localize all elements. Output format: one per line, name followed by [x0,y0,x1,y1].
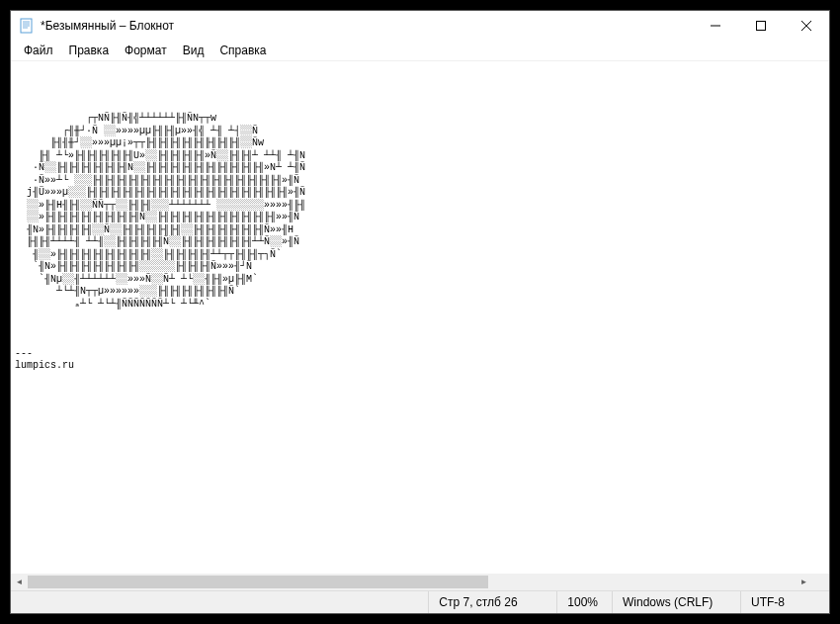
status-line-ending: Windows (CRLF) [612,591,740,613]
notepad-window: *Безымянный – Блокнот Файл Правка Формат… [10,10,830,614]
scroll-right-icon[interactable]: ► [796,574,812,590]
scroll-thumb[interactable] [28,576,488,588]
svg-line-7 [801,21,811,31]
menu-format[interactable]: Формат [118,43,174,58]
window-controls [693,11,829,41]
menu-view[interactable]: Вид [176,43,211,58]
scroll-left-icon[interactable]: ◄ [11,574,28,590]
menu-edit[interactable]: Правка [62,43,117,58]
status-encoding: UTF-8 [740,591,829,613]
status-zoom: 100% [556,591,612,613]
menubar: Файл Правка Формат Вид Справка [11,41,829,60]
svg-line-8 [801,21,811,31]
close-button[interactable] [784,11,829,41]
editor-area: ┌┬NÑ╟╢Ñ╢╣┴┴┴┴┴┴╟╢ÑN┬┬w ┌╢╫┘·Ñ ░░»»»»µµ╟╢… [11,60,829,590]
minimize-button[interactable] [693,11,738,41]
maximize-button[interactable] [738,11,784,41]
menu-file[interactable]: Файл [17,43,60,58]
scroll-track[interactable] [28,574,796,590]
statusbar: Стр 7, стлб 26 100% Windows (CRLF) UTF-8 [11,590,829,613]
status-position: Стр 7, стлб 26 [428,591,556,613]
scrollbar-corner [812,574,829,590]
text-editor[interactable]: ┌┬NÑ╟╢Ñ╢╣┴┴┴┴┴┴╟╢ÑN┬┬w ┌╢╫┘·Ñ ░░»»»»µµ╟╢… [11,61,829,590]
notepad-icon [19,18,35,34]
window-title: *Безымянный – Блокнот [41,19,693,33]
menu-help[interactable]: Справка [212,43,273,58]
horizontal-scrollbar[interactable]: ◄ ► [11,574,812,590]
titlebar[interactable]: *Безымянный – Блокнот [11,11,829,41]
svg-rect-6 [757,22,766,31]
